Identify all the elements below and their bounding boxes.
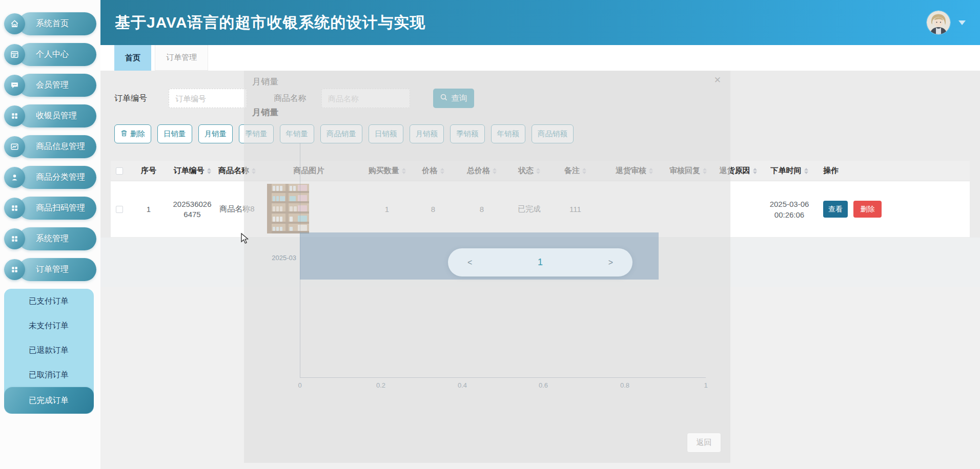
user-area <box>927 11 966 34</box>
sidebar-item-label: 系统首页 <box>18 12 96 35</box>
row-delete-button[interactable]: 删除 <box>853 201 882 218</box>
page-title: 基于JAVA语言的超市收银系统的设计与实现 <box>115 12 426 33</box>
monthly-sales-qty-button[interactable]: 月销量 <box>198 124 233 143</box>
order-no-label: 订单编号 <box>114 93 147 104</box>
current-page[interactable]: 1 <box>538 257 543 268</box>
x-tick: 0 <box>298 381 301 389</box>
sidebar-item-product-info[interactable]: 商品信息管理 <box>4 135 96 158</box>
sort-icon[interactable] <box>804 168 808 174</box>
tab-order-management[interactable]: 订单管理 <box>155 45 208 71</box>
row-index: 1 <box>128 181 169 237</box>
col-actions: 操作 <box>815 161 970 181</box>
chart-title: 月销量 <box>252 106 278 118</box>
tab-home[interactable]: 首页 <box>114 45 151 71</box>
trash-icon <box>120 130 128 138</box>
sidebar-item-system[interactable]: 系统管理 <box>4 227 96 250</box>
sidebar-item-label: 商品信息管理 <box>18 135 96 158</box>
sidebar-item-profile[interactable]: 个人中心 <box>4 43 96 66</box>
daily-sales-qty-button[interactable]: 日销量 <box>157 124 192 143</box>
header: 基于JAVA语言的超市收银系统的设计与实现 <box>100 0 980 45</box>
sidebar-item-home[interactable]: 系统首页 <box>4 12 96 35</box>
sidebar-item-cashiers[interactable]: 收银员管理 <box>4 104 96 127</box>
sidebar-item-product-category[interactable]: 商品分类管理 <box>4 166 96 189</box>
sort-icon[interactable] <box>753 168 757 174</box>
id-card-icon <box>4 44 25 65</box>
row-checkbox[interactable] <box>116 206 123 213</box>
col-order-no: 订单编号 <box>169 161 215 181</box>
chart-category-label: 2025-03 <box>260 254 296 262</box>
sidebar-item-label: 订单管理 <box>18 258 96 281</box>
sidebar-item-label: 会员管理 <box>18 74 96 97</box>
x-tick: 0.8 <box>620 381 629 389</box>
sidebar-item-members[interactable]: 会员管理 <box>4 74 96 97</box>
chart-x-axis <box>300 377 706 378</box>
x-tick: 0.4 <box>458 381 467 389</box>
col-index: 序号 <box>128 161 169 181</box>
select-all-cell <box>111 161 128 181</box>
order-no-input[interactable] <box>169 89 247 108</box>
submenu-item-cancelled[interactable]: 已取消订单 <box>4 363 94 387</box>
grid-icon <box>4 105 25 126</box>
avatar[interactable] <box>927 11 950 34</box>
delete-button[interactable]: 删除 <box>114 124 151 143</box>
sidebar-item-label: 收银员管理 <box>18 104 96 127</box>
row-order-time: 2025-03-06 00:26:06 <box>764 181 815 237</box>
select-all-checkbox[interactable] <box>116 167 123 175</box>
back-button[interactable]: 返回 <box>687 433 721 453</box>
sidebar-item-label: 商品分类管理 <box>18 166 96 189</box>
orders-submenu: 已支付订单 未支付订单 已退款订单 已取消订单 已完成订单 <box>4 289 94 414</box>
sidebar: 系统首页 个人中心 会员管理 收银员管理 商品信息管理 <box>0 0 100 469</box>
submenu-item-refunded[interactable]: 已退款订单 <box>4 338 94 363</box>
app-window: 系统首页 个人中心 会员管理 收银员管理 商品信息管理 <box>0 0 980 469</box>
next-page-button[interactable]: > <box>608 258 613 267</box>
sidebar-item-label: 商品扫码管理 <box>18 197 96 220</box>
pager: < 1 > <box>448 248 632 276</box>
row-select-cell <box>111 181 128 237</box>
tab-bar: 首页 订单管理 <box>100 45 980 71</box>
user-icon <box>4 167 25 188</box>
grid-icon <box>4 198 25 219</box>
home-icon <box>4 13 25 34</box>
col-order-time: 下单时间 <box>764 161 815 181</box>
chat-icon <box>4 75 25 96</box>
x-tick: 0.2 <box>376 381 385 389</box>
row-order-no: 2025360266475 <box>169 181 215 237</box>
sort-icon[interactable] <box>207 168 211 174</box>
chart-image-icon <box>4 136 25 157</box>
grid-icon <box>4 259 25 280</box>
sidebar-item-label: 系统管理 <box>18 227 96 250</box>
close-icon[interactable]: ✕ <box>714 75 721 86</box>
row-actions: 查看 删除 <box>815 181 970 237</box>
view-button[interactable]: 查看 <box>823 201 848 218</box>
sidebar-item-orders[interactable]: 订单管理 <box>4 258 96 281</box>
submenu-item-paid[interactable]: 已支付订单 <box>4 289 94 313</box>
sidebar-item-label: 个人中心 <box>18 43 96 66</box>
x-tick: 0.6 <box>539 381 548 389</box>
modal-title: 月销量 <box>252 76 278 88</box>
submenu-item-unpaid[interactable]: 未支付订单 <box>4 313 94 338</box>
chevron-down-icon[interactable] <box>958 20 966 25</box>
grid-icon <box>4 228 25 249</box>
sidebar-item-product-scan[interactable]: 商品扫码管理 <box>4 197 96 220</box>
submenu-item-completed[interactable]: 已完成订单 <box>4 387 94 414</box>
x-tick: 1 <box>704 381 707 389</box>
prev-page-button[interactable]: < <box>467 258 472 267</box>
